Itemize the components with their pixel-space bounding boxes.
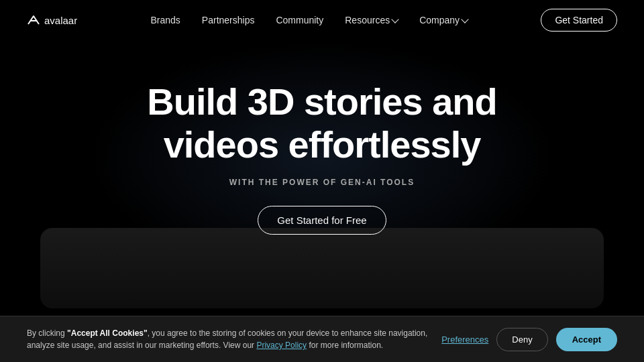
cookie-text: By clicking "Accept All Cookies", you ag… [27,327,428,351]
cookie-text-end: for more information. [307,341,383,350]
get-started-nav-button[interactable]: Get Started [541,9,617,32]
accept-button[interactable]: Accept [556,328,617,351]
cookie-bold-text: "Accept All Cookies" [67,328,148,338]
preferences-button[interactable]: Preferences [441,335,488,345]
nav-item-partnerships[interactable]: Partnerships [202,15,255,25]
hero-headline-line2: videos effortlessly [164,123,481,166]
nav-links: Brands Partnerships Community Resources … [151,15,468,25]
chevron-down-icon [461,15,468,23]
cookie-actions: Preferences Deny Accept [441,328,617,351]
hero-headline-line1: Build 3D stories and [147,80,496,123]
cookie-text-before: By clicking [27,328,67,338]
hero-cta-button[interactable]: Get Started for Free [258,206,386,235]
hero-section: Build 3D stories and videos effortlessly… [0,40,644,235]
cookie-privacy-link[interactable]: Privacy Policy [256,341,307,350]
navbar: avalaar Brands Partnerships Community Re… [0,0,644,40]
logo[interactable]: avalaar [27,15,77,26]
hero-headline: Build 3D stories and videos effortlessly [147,80,496,167]
nav-item-brands[interactable]: Brands [151,15,180,25]
deny-button[interactable]: Deny [496,328,547,351]
nav-item-company[interactable]: Company [419,15,468,25]
preview-card [40,228,604,308]
logo-text: avalaar [44,15,77,26]
nav-item-resources[interactable]: Resources [345,15,398,25]
logo-icon [27,15,40,25]
hero-subtitle: WITH THE POWER OF GEN-AI TOOLS [229,178,415,187]
cookie-banner: By clicking "Accept All Cookies", you ag… [0,316,644,362]
chevron-down-icon [392,15,399,23]
nav-item-community[interactable]: Community [276,15,323,25]
